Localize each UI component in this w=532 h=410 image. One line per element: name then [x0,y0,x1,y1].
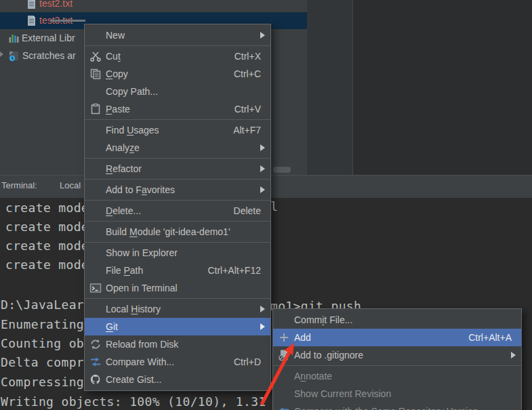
menu-item-reload-from-disk-label: Reload from Disk [106,335,178,353]
menu-item-delete[interactable]: Delete...Delete [85,202,270,220]
tree-item-test2-txt[interactable]: test2.txt [0,0,307,12]
tree-item-label: test2.txt [39,0,73,12]
git-submenu-item-show-current-revision-label: Show Current Revision [294,385,391,403]
menu-item-file-path-label: File Path [106,262,143,279]
menu-shortcut: Ctrl+Alt+A [455,329,512,346]
terminal-text: Writing objects: 100% (10/10), 1.31 [1,395,266,409]
menu-separator [85,221,270,222]
menu-item-analyze[interactable]: Analyze [85,139,270,157]
git-submenu-item-commit-file[interactable]: Commit File... [273,311,521,329]
terminal-text: create mode [5,258,89,272]
menu-item-refactor-label: Refactor [106,160,142,178]
menu-separator [85,179,270,180]
menu-separator [273,365,521,366]
menu-item-new[interactable]: New [85,26,270,44]
menu-item-compare-with[interactable]: Compare With...Ctrl+D [85,353,270,371]
menu-item-cut-label: Cut [106,47,121,65]
git-submenu: Commit File...AddCtrl+Alt+AAdd to .gitig… [272,308,522,410]
menu-item-add-to-favorites[interactable]: Add to Favorites [85,181,270,199]
plus-icon [278,331,290,344]
menu-shortcut: Ctrl+D [220,353,261,371]
menu-shortcut: Alt+F7 [220,121,261,139]
menu-item-create-gist-label: Create Gist... [106,371,161,388]
paste-icon [89,103,102,115]
editor-gutter [307,0,352,175]
cut-icon [89,50,102,62]
editor-area [307,0,532,175]
menu-item-copy-path-label: Copy Path... [106,83,158,100]
menu-shortcut: Ctrl+V [221,100,261,118]
submenu-arrow-icon [260,186,265,193]
menu-item-compare-with-label: Compare With... [106,353,174,371]
menu-item-new-label: New [106,26,125,44]
tree-item-label: Scratches ar [22,47,76,64]
menu-separator [85,298,270,299]
menu-item-open-in-terminal[interactable]: Open in Terminal [85,279,270,297]
gitignore-icon [278,349,290,361]
menu-item-paste[interactable]: PasteCtrl+V [85,100,270,118]
menu-item-delete-label: Delete... [106,202,141,220]
menu-shortcut: Ctrl+X [221,47,261,65]
tree-expand-chevron-icon[interactable] [0,52,3,57]
menu-item-local-history[interactable]: Local History [85,300,270,318]
menu-separator [85,242,270,243]
submenu-arrow-icon [511,352,516,358]
menu-item-copy-label: Copy [106,65,128,83]
terminal-text: create mode [5,220,89,234]
menu-item-refactor[interactable]: Refactor [85,160,270,178]
menu-separator [85,158,270,159]
editor-divider [352,0,353,175]
terminal-icon [89,282,102,294]
menu-shortcut: Ctrl+C [220,65,261,83]
menu-item-find-usages[interactable]: Find UsagesAlt+F7 [85,121,270,139]
menu-item-find-usages-label: Find Usages [106,121,159,139]
menu-item-show-in-explorer[interactable]: Show in Explorer [85,244,270,262]
git-submenu-item-add-to-gitignore-label: Add to .gitignore [294,346,363,364]
menu-item-build-module-git-idea-demo1[interactable]: Build Module 'git-idea-demo1' [85,223,270,241]
scratches-icon [8,50,20,62]
menu-item-create-gist[interactable]: Create Gist... [85,371,270,388]
git-submenu-item-commit-file-label: Commit File... [294,311,352,329]
menu-item-paste-label: Paste [106,100,130,118]
menu-separator [85,119,270,120]
git-submenu-item-add[interactable]: AddCtrl+Alt+A [273,329,521,346]
git-submenu-item-compare-with-the-same-repository-version[interactable]: Compare with the Same Repository Version [273,403,521,410]
git-submenu-item-annotate-label: Annotate [294,367,332,385]
menu-item-reload-from-disk[interactable]: Reload from Disk [85,335,270,353]
git-submenu-item-add-to-gitignore[interactable]: Add to .gitignore [273,346,521,364]
reload-icon [89,338,102,350]
menu-shortcut: Ctrl+Alt+F12 [194,262,261,279]
menu-item-file-path[interactable]: File PathCtrl+Alt+F12 [85,262,270,279]
terminal-text: D:\JavaLearn [1,298,91,312]
menu-item-add-to-favorites-label: Add to Favorites [106,181,175,199]
menu-item-copy-path[interactable]: Copy Path... [85,83,270,100]
git-submenu-item-show-current-revision[interactable]: Show Current Revision [273,385,521,403]
menu-item-git[interactable]: Git [85,318,270,335]
terminal-tab-local[interactable]: Local [60,180,81,190]
menu-shortcut: Delete [220,202,261,220]
menu-item-local-history-label: Local History [106,300,161,318]
menu-item-copy[interactable]: CopyCtrl+C [85,65,270,83]
menu-item-cut[interactable]: CutCtrl+X [85,47,270,65]
git-submenu-item-annotate[interactable]: Annotate [273,367,521,385]
scrollbar-thumb[interactable] [273,167,291,173]
compare-icon [89,356,102,368]
terminal-text: Enumerating [1,318,84,331]
submenu-arrow-icon [260,32,265,39]
libraries-icon [8,33,20,44]
terminal-text: create mode [5,201,89,215]
submenu-arrow-icon [260,144,265,151]
terminal-text: Delta compre [1,356,91,369]
terminal-text: l [270,200,278,213]
tree-item-label: External Libr [22,30,75,47]
submenu-arrow-icon [260,306,265,312]
compare-version-icon [278,405,290,410]
menu-item-analyze-label: Analyze [106,139,140,157]
menu-item-build-module-git-idea-demo1-label: Build Module 'git-idea-demo1' [106,223,230,241]
submenu-arrow-icon [260,323,265,330]
ide-window: test2.txttest3.txtExternal LibrScratches… [0,0,532,410]
file-context-menu: NewCutCtrl+XCopyCtrl+CCopy Path...PasteC… [84,24,271,391]
terminal-text: create mode [5,239,89,253]
github-icon [89,373,102,386]
git-submenu-item-add-label: Add [294,329,311,346]
